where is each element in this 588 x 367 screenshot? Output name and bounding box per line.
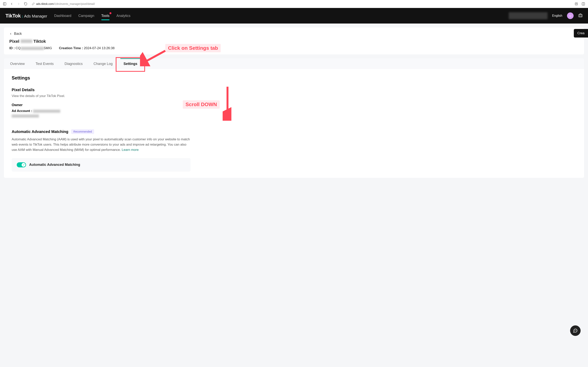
briefcase-icon[interactable] — [578, 13, 583, 18]
logo-colon: : — [22, 15, 23, 18]
svg-rect-0 — [3, 2, 6, 5]
redacted-text — [21, 47, 44, 50]
app-header: TikTok: Ads Manager Dashboard Campaign T… — [0, 8, 588, 24]
nav-right: English U — [509, 12, 583, 19]
pixel-meta: ID : CQ5MIG Creation Time : 2024-07-24 1… — [9, 46, 579, 50]
svg-rect-7 — [579, 14, 582, 17]
tab-diagnostics[interactable]: Diagnostics — [64, 58, 84, 69]
redacted-text — [21, 40, 32, 43]
reload-icon[interactable] — [23, 1, 28, 6]
ad-account-sub — [12, 114, 576, 118]
recommended-badge: Recommended — [71, 129, 94, 134]
tab-change-log[interactable]: Change Log — [93, 58, 113, 69]
aam-toggle-box: Automatic Advanced Matching — [12, 158, 191, 172]
sidebar-toggle-icon[interactable] — [2, 1, 7, 6]
nav-analytics[interactable]: Analytics — [117, 9, 130, 23]
url-bar[interactable]: ads.tiktok.com/i18n/events_manager/pixel… — [30, 2, 572, 5]
logo[interactable]: TikTok: Ads Manager — [5, 13, 47, 19]
check-icon — [22, 163, 25, 167]
redacted-text — [33, 110, 60, 113]
tab-settings[interactable]: Settings — [123, 58, 138, 69]
owner-title: Owner — [12, 103, 576, 107]
learn-more-link[interactable]: Learn more — [122, 148, 139, 152]
create-button[interactable]: Crea — [574, 29, 588, 38]
logo-text: TikTok — [5, 13, 21, 19]
forward-arrow-icon[interactable] — [16, 1, 21, 6]
page-body: Crea Back Pixel Tiktok ID : CQ5MIG Creat… — [0, 24, 588, 367]
aam-title: Automatic Advanced Matching — [12, 129, 68, 134]
pixel-title: Pixel Tiktok — [9, 39, 579, 44]
aam-toggle[interactable] — [17, 162, 26, 167]
back-button[interactable]: Back — [9, 32, 579, 36]
browser-toolbar: ads.tiktok.com/i18n/events_manager/pixel… — [0, 0, 588, 8]
chevron-left-icon — [9, 33, 12, 35]
pixel-id: ID : CQ5MIG — [9, 46, 52, 50]
chat-icon — [573, 328, 578, 333]
nav-campaign[interactable]: Campaign — [78, 9, 94, 23]
language-selector[interactable]: English — [552, 14, 562, 17]
notification-dot-icon — [109, 12, 111, 14]
nav-tools[interactable]: Tools — [101, 9, 109, 23]
redacted-text — [12, 115, 39, 118]
settings-panel: Settings Pixel Details View the details … — [4, 69, 584, 178]
pixel-header-card: Back Pixel Tiktok ID : CQ5MIG Creation T… — [4, 27, 584, 54]
tab-overview[interactable]: Overview — [9, 58, 25, 69]
back-label: Back — [14, 32, 22, 36]
pixel-details-subtitle: View the details of your TikTok Pixel. — [12, 94, 576, 98]
nav-dashboard[interactable]: Dashboard — [54, 9, 71, 23]
aam-toggle-label: Automatic Advanced Matching — [29, 163, 80, 167]
ad-account-row: Ad Account : — [12, 109, 576, 113]
nav-items: Dashboard Campaign Tools Analytics — [54, 9, 130, 23]
back-arrow-icon[interactable] — [9, 1, 14, 6]
aam-description: Automatic Advanced Matching (AAM) is use… — [12, 137, 191, 153]
chat-button[interactable] — [570, 325, 581, 336]
tabs-icon[interactable] — [581, 1, 586, 6]
nav-tools-label: Tools — [101, 14, 109, 18]
link-icon — [32, 2, 35, 5]
aam-header: Automatic Advanced Matching Recommended — [12, 129, 576, 134]
logo-subtitle: Ads Manager — [24, 14, 47, 18]
pixel-details-title: Pixel Details — [12, 88, 576, 92]
reader-icon[interactable] — [574, 1, 579, 6]
url-text: ads.tiktok.com/i18n/events_manager/pixel… — [36, 2, 95, 5]
avatar[interactable]: U — [567, 12, 574, 19]
tabs-bar: Overview Test Events Diagnostics Change … — [4, 58, 584, 69]
account-selector[interactable] — [509, 12, 547, 19]
pixel-creation-time: Creation Time : 2024-07-24 13:26:38 — [59, 46, 115, 50]
tab-test-events[interactable]: Test Events — [35, 58, 54, 69]
settings-heading: Settings — [12, 75, 576, 81]
